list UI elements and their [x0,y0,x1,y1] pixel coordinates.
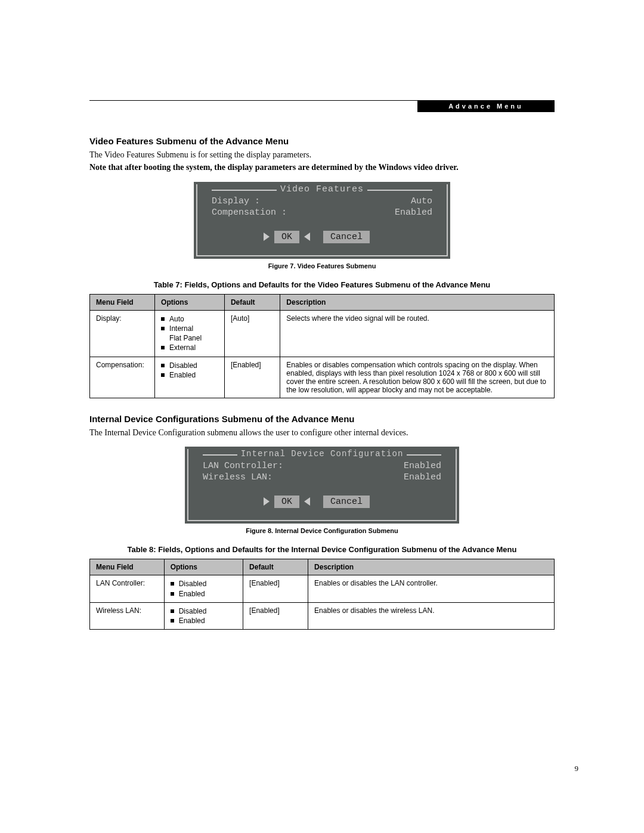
table-row: LAN Controller:DisabledEnabled[Enabled]E… [90,575,555,602]
figure7-caption: Figure 7. Video Features Submenu [89,262,555,270]
option-item: Disabled [161,361,218,370]
cell-options: DisabledEnabled [155,357,225,398]
option-item: Disabled [171,606,237,616]
th-desc: Description [308,559,555,575]
table-header-row: Menu Field Options Default Description [90,559,555,575]
th-default: Default [224,294,280,310]
bios1-ok-button[interactable]: OK [274,231,299,243]
bios2-cancel-button[interactable]: Cancel [323,496,370,508]
bios2-row0-label: LAN Controller: [203,461,283,471]
option-item: Enabled [171,616,237,625]
page-number: 9 [575,764,579,773]
cell-description: Enables or disables the wireless LAN. [308,602,555,629]
bios2-row1-label: Wireless LAN: [203,472,273,482]
option-item: Disabled [171,579,237,589]
th-menu: Menu Field [90,294,155,310]
cell-options: AutoInternalFlat PanelExternal [155,310,225,357]
section1-p2: Note that after booting the system, the … [89,162,555,174]
table8: Menu Field Options Default Description L… [89,559,555,630]
figure8-caption: Figure 8. Internal Device Configuration … [89,527,555,534]
th-default: Default [243,559,308,575]
th-menu: Menu Field [90,559,165,575]
bios2-box: Internal Device Configuration LAN Contro… [185,447,459,524]
table-row: Wireless LAN:DisabledEnabled[Enabled]Ena… [90,602,555,629]
cell-description: Selects where the video signal will be r… [280,310,555,357]
section1-p1: The Video Features Submenu is for settin… [89,150,555,161]
bios1-row0-label: Display : [212,196,260,206]
bios2-row0-value: Enabled [404,461,441,471]
cell-options: DisabledEnabled [164,575,243,602]
cell-default: [Enabled] [243,575,308,602]
cell-default: [Enabled] [243,602,308,629]
th-options: Options [164,559,243,575]
cell-menu: Compensation: [90,357,155,398]
th-options: Options [155,294,225,310]
cell-menu: LAN Controller: [90,575,165,602]
cell-default: [Enabled] [224,357,280,398]
bios1-box: Video Features Display : Auto Compensati… [194,182,450,259]
table7: Menu Field Options Default Description D… [89,294,555,398]
cell-menu: Wireless LAN: [90,602,165,629]
option-item: Enabled [161,370,218,380]
bios1-cancel-button[interactable]: Cancel [323,231,370,243]
bios2-title: Internal Device Configuration [237,449,407,459]
bios2-row1-value: Enabled [404,472,441,482]
cell-options: DisabledEnabled [164,602,243,629]
bios2-ok-button[interactable]: OK [274,496,299,508]
table8-caption: Table 8: Fields, Options and Defaults fo… [89,545,555,554]
bios1-title: Video Features [277,184,367,194]
section2-p1: The Internal Device Configuration submen… [89,428,555,439]
cell-description: Enables or disables compensation which c… [280,357,555,398]
th-desc: Description [280,294,555,310]
table-row: Display:AutoInternalFlat PanelExternal[A… [90,310,555,357]
header-tab: Advance Menu [417,100,555,112]
option-item: External [161,343,218,352]
bios1-row0-value: Auto [411,196,432,206]
table-header-row: Menu Field Options Default Description [90,294,555,310]
option-item: InternalFlat Panel [161,324,218,343]
table7-caption: Table 7: Fields, Options and Defaults fo… [89,280,555,289]
option-item: Auto [161,314,218,324]
section2-heading: Internal Device Configurations Submenu o… [89,414,555,424]
cell-default: [Auto] [224,310,280,357]
bios1-row1-label: Compensation : [212,208,287,218]
table-row: Compensation:DisabledEnabled[Enabled]Ena… [90,357,555,398]
cell-menu: Display: [90,310,155,357]
section1-heading: Video Features Submenu of the Advance Me… [89,136,555,146]
bios1-row1-value: Enabled [395,208,432,218]
cell-description: Enables or disables the LAN controller. [308,575,555,602]
option-item: Enabled [171,589,237,599]
